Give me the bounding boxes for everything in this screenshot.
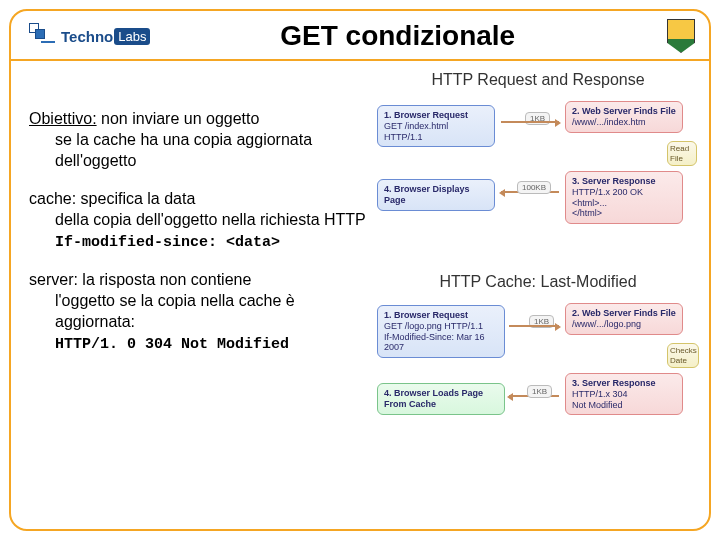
diagram-http-request: 1. Browser Request GET /index.html HTTP/…	[377, 97, 687, 267]
box-server-finds: 2. Web Server Finds File /www/.../logo.p…	[565, 303, 683, 335]
box-title: 4. Browser Loads Page From Cache	[384, 388, 498, 410]
indent-text: se la cache ha una copia aggiornata dell…	[29, 130, 369, 172]
corner-dot	[9, 524, 16, 531]
diagram2-title: HTTP Cache: Last-Modified	[377, 273, 699, 291]
text: la risposta non contiene	[78, 271, 251, 288]
box-title: 4. Browser Displays Page	[384, 184, 488, 206]
box-sub: GET /logo.png HTTP/1.1 If-Modified-Since…	[384, 321, 485, 353]
box-sub: HTTP/1.x 200 OK <html>... </html>	[572, 187, 643, 219]
corner-dot	[704, 524, 711, 531]
text: non inviare un oggetto	[97, 110, 260, 127]
code-line: If-modified-since: <data>	[29, 233, 369, 253]
diagram1-title: HTTP Request and Response	[377, 71, 699, 89]
indent-text: l'oggetto se la copia nella cache è aggi…	[29, 291, 369, 333]
box-title: 1. Browser Request	[384, 310, 498, 321]
box-browser-loads-cache: 4. Browser Loads Page From Cache	[377, 383, 505, 415]
size-label: 1KB	[527, 385, 552, 398]
diagram-column: HTTP Request and Response 1. Browser Req…	[377, 71, 699, 469]
logo-text: Techno	[61, 28, 113, 45]
text-column: Obiettivo: non inviare un oggetto se la …	[29, 71, 369, 469]
box-title: 3. Server Response	[572, 176, 676, 187]
box-browser-request: 1. Browser Request GET /logo.png HTTP/1.…	[377, 305, 505, 358]
box-sub: /www/.../logo.png	[572, 319, 641, 329]
slide-header: TechnoLabs GET condizionale	[11, 11, 709, 61]
arrow-icon	[501, 121, 559, 123]
box-server-response: 3. Server Response HTTP/1.x 200 OK <html…	[565, 171, 683, 224]
box-sub: GET /index.html HTTP/1.1	[384, 121, 448, 142]
slide-content: Obiettivo: non inviare un oggetto se la …	[11, 61, 709, 479]
corner-dot	[704, 9, 711, 16]
box-sub: HTTP/1.x 304 Not Modified	[572, 389, 628, 410]
box-browser-displays: 4. Browser Displays Page	[377, 179, 495, 211]
crest-icon	[667, 19, 695, 53]
lead: Obiettivo:	[29, 110, 97, 127]
lead: cache:	[29, 190, 76, 207]
logo-mark	[25, 23, 59, 49]
size-label: 1KB	[525, 112, 550, 125]
box-title: 3. Server Response	[572, 378, 676, 389]
paragraph-server: server: la risposta non contiene l'ogget…	[29, 270, 369, 354]
slide-title: GET condizionale	[128, 20, 667, 52]
size-label: 100KB	[517, 181, 551, 194]
code-line: HTTP/1. 0 304 Not Modified	[29, 335, 369, 355]
box-browser-request: 1. Browser Request GET /index.html HTTP/…	[377, 105, 495, 147]
lead: server:	[29, 271, 78, 288]
box-read-file: Read File	[667, 141, 697, 166]
box-server-finds: 2. Web Server Finds File /www/.../index.…	[565, 101, 683, 133]
arrow-icon	[509, 325, 559, 327]
text: specifica la data	[76, 190, 195, 207]
slide-frame: TechnoLabs GET condizionale Obiettivo: n…	[9, 9, 711, 531]
paragraph-cache: cache: specifica la data della copia del…	[29, 189, 369, 252]
box-title: 2. Web Server Finds File	[572, 308, 676, 319]
box-server-response: 3. Server Response HTTP/1.x 304 Not Modi…	[565, 373, 683, 415]
box-title: 1. Browser Request	[384, 110, 488, 121]
paragraph-obiettivo: Obiettivo: non inviare un oggetto se la …	[29, 109, 369, 171]
box-sub: /www/.../index.htm	[572, 117, 646, 127]
diagram-http-cache: 1. Browser Request GET /logo.png HTTP/1.…	[377, 299, 687, 469]
box-checks-date: Checks Date	[667, 343, 699, 368]
box-title: 2. Web Server Finds File	[572, 106, 676, 117]
indent-text: della copia dell'oggetto nella richiesta…	[29, 210, 369, 231]
